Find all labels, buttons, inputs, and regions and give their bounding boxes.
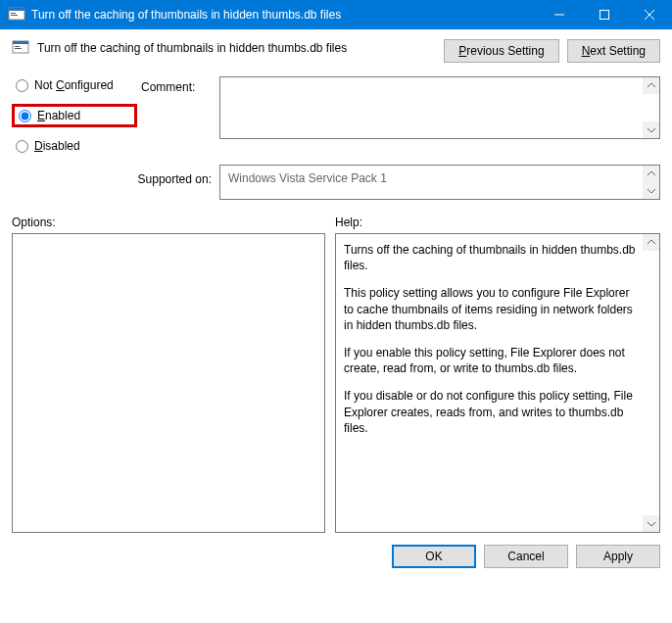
panes-labels: Options: Help: <box>12 216 660 229</box>
radio-enabled-input[interactable] <box>19 110 31 122</box>
close-button[interactable] <box>627 0 672 29</box>
help-p3: If you enable this policy setting, File … <box>344 345 640 376</box>
header-row: Turn off the caching of thumbnails in hi… <box>12 39 660 63</box>
radio-not-configured-input[interactable] <box>16 79 28 92</box>
svg-rect-11 <box>15 48 22 49</box>
supported-scroll-down[interactable] <box>643 182 659 199</box>
supported-scroll-up[interactable] <box>643 166 659 182</box>
help-pane: Turns off the caching of thumbnails in h… <box>335 233 660 533</box>
help-scroll-up[interactable] <box>643 234 659 251</box>
comment-scroll-up[interactable] <box>643 77 659 94</box>
help-p2: This policy setting allows you to config… <box>344 285 640 333</box>
titlebar: Turn off the caching of thumbnails in hi… <box>0 0 672 29</box>
window-controls <box>537 0 672 29</box>
radio-enabled-label: Enabled <box>37 109 80 122</box>
radio-not-configured[interactable]: Not Configured <box>12 76 137 94</box>
radio-disabled-input[interactable] <box>16 140 28 153</box>
policy-title: Turn off the caching of thumbnails in hi… <box>37 39 436 55</box>
next-setting-button[interactable]: Next Setting <box>567 39 660 63</box>
comment-label: Comment: <box>141 76 216 94</box>
comment-scroll-down[interactable] <box>643 121 659 138</box>
apply-button[interactable]: Apply <box>576 545 660 568</box>
options-pane <box>12 233 325 533</box>
window-title: Turn off the caching of thumbnails in hi… <box>31 8 341 22</box>
nav-buttons: Previous Setting Next Setting <box>444 39 660 63</box>
maximize-button[interactable] <box>582 0 627 29</box>
help-p4: If you disable or do not configure this … <box>344 388 640 436</box>
state-grid: Not Configured Enabled Disabled Comment: <box>12 76 660 155</box>
state-radios: Not Configured Enabled Disabled <box>12 76 137 155</box>
svg-rect-3 <box>11 15 18 16</box>
previous-setting-button[interactable]: Previous Setting <box>444 39 558 63</box>
panes: Turns off the caching of thumbnails in h… <box>12 233 660 533</box>
cancel-button[interactable]: Cancel <box>484 545 568 568</box>
ok-button[interactable]: OK <box>392 545 476 568</box>
radio-not-configured-label: Not Configured <box>34 78 114 92</box>
supported-on-label: Supported on: <box>12 165 212 186</box>
supported-row: Supported on: Windows Vista Service Pack… <box>12 165 660 200</box>
supported-on-textbox: Windows Vista Service Pack 1 <box>219 165 660 200</box>
minimize-button[interactable] <box>537 0 582 29</box>
supported-on-value: Windows Vista Service Pack 1 <box>228 171 387 185</box>
content: Turn off the caching of thumbnails in hi… <box>0 29 672 533</box>
help-p1: Turns off the caching of thumbnails in h… <box>344 242 640 273</box>
help-label: Help: <box>335 216 660 229</box>
svg-rect-5 <box>600 11 609 20</box>
svg-rect-10 <box>15 46 20 47</box>
policy-icon <box>8 6 25 24</box>
svg-rect-1 <box>9 8 24 11</box>
radio-disabled-label: Disabled <box>34 139 80 153</box>
footer: OK Cancel Apply <box>0 533 672 580</box>
radio-disabled[interactable]: Disabled <box>12 137 137 155</box>
radio-enabled[interactable]: Enabled <box>12 104 137 127</box>
svg-rect-9 <box>13 41 28 44</box>
comment-textbox[interactable] <box>219 76 660 139</box>
policy-header-icon <box>12 39 29 57</box>
help-scroll-down[interactable] <box>643 515 659 532</box>
titlebar-left: Turn off the caching of thumbnails in hi… <box>8 6 341 24</box>
svg-rect-2 <box>11 13 16 14</box>
options-label: Options: <box>12 216 325 229</box>
